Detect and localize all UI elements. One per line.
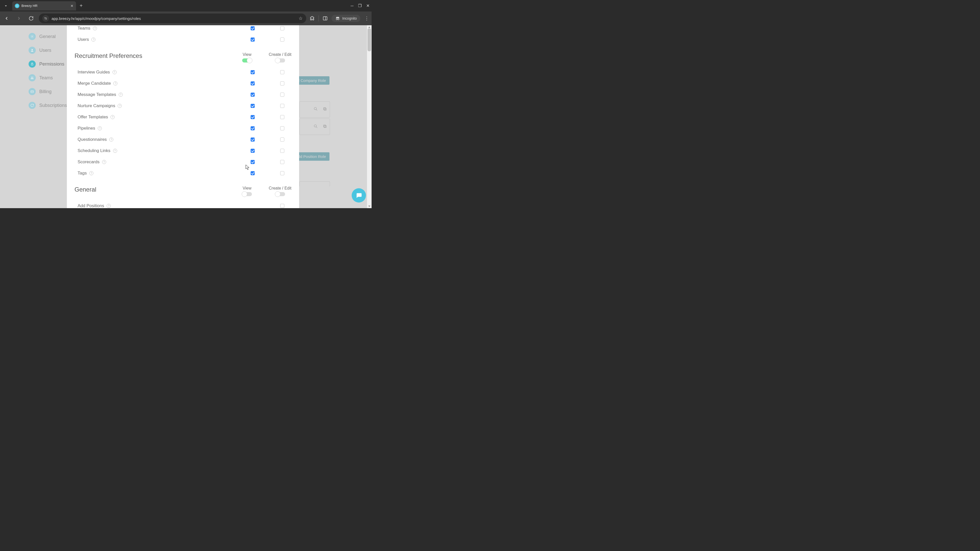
- edit-checkbox[interactable]: [280, 204, 284, 208]
- tab-title: Breezy HR: [21, 4, 68, 8]
- bookmark-icon[interactable]: ☆: [299, 16, 303, 21]
- svg-rect-2: [323, 17, 327, 20]
- view-checkbox[interactable]: [251, 126, 255, 130]
- page-scrollbar[interactable]: [367, 25, 372, 208]
- site-info-icon[interactable]: [42, 15, 49, 22]
- new-tab-button[interactable]: +: [80, 3, 83, 9]
- help-icon[interactable]: ?: [113, 70, 117, 74]
- edit-checkbox[interactable]: [280, 115, 284, 119]
- svg-point-12: [32, 36, 33, 37]
- sidebar-item-general[interactable]: General: [29, 33, 67, 40]
- edit-checkbox[interactable]: [280, 104, 284, 108]
- view-checkbox[interactable]: [251, 81, 255, 86]
- svg-point-15: [31, 77, 32, 78]
- edit-checkbox[interactable]: [280, 171, 284, 175]
- edit-checkbox[interactable]: [280, 26, 284, 30]
- help-icon[interactable]: ?: [109, 138, 113, 141]
- edit-checkbox[interactable]: [280, 81, 284, 86]
- view-column-label: View: [243, 52, 251, 57]
- help-icon[interactable]: ?: [113, 81, 118, 86]
- view-checkbox[interactable]: [251, 104, 255, 108]
- reload-button[interactable]: [27, 14, 36, 23]
- permission-label: Pipelines?: [78, 126, 102, 131]
- browser-menu-icon[interactable]: ⋮: [364, 16, 369, 21]
- back-button[interactable]: [2, 14, 11, 23]
- browser-tab-strip: Breezy HR ✕ + ─ ❐ ✕: [0, 0, 372, 11]
- edit-toggle[interactable]: [275, 59, 285, 62]
- help-icon[interactable]: ?: [107, 204, 111, 208]
- tab-search-dropdown[interactable]: [1, 1, 11, 11]
- help-icon[interactable]: ?: [91, 38, 95, 41]
- sidebar-icon: [29, 33, 36, 40]
- scroll-thumb[interactable]: [368, 28, 371, 51]
- view-checkbox[interactable]: [251, 70, 255, 74]
- view-checkbox[interactable]: [251, 138, 255, 141]
- address-bar[interactable]: app.breezy.hr/app/c/moodjoy/company/sett…: [39, 14, 306, 23]
- view-checkbox[interactable]: [251, 160, 255, 164]
- permission-row: Scorecards?: [67, 156, 299, 168]
- view-toggle[interactable]: [242, 59, 252, 62]
- svg-point-0: [45, 17, 45, 18]
- maximize-icon[interactable]: ❐: [358, 3, 362, 8]
- edit-checkbox[interactable]: [280, 138, 284, 141]
- permission-label: Tags?: [78, 171, 94, 176]
- edit-checkbox[interactable]: [280, 38, 284, 41]
- url-text: app.breezy.hr/app/c/moodjoy/company/sett…: [52, 16, 296, 21]
- permission-label: Offer Templates?: [78, 114, 115, 120]
- permission-label: Users?: [78, 37, 95, 42]
- permission-row: Users?: [67, 34, 299, 45]
- tab-favicon: [15, 3, 19, 8]
- permission-row: Teams?: [67, 23, 299, 34]
- forward-button[interactable]: [14, 14, 24, 23]
- view-checkbox[interactable]: [251, 149, 255, 153]
- sidebar-item-billing[interactable]: Billing: [29, 88, 67, 95]
- sidebar-item-users[interactable]: Users: [29, 47, 67, 54]
- edit-checkbox[interactable]: [280, 126, 284, 130]
- help-icon[interactable]: ?: [98, 126, 102, 130]
- incognito-badge[interactable]: Incognito: [331, 15, 360, 22]
- help-icon[interactable]: ?: [93, 26, 97, 30]
- help-icon[interactable]: ?: [118, 104, 122, 108]
- view-checkbox[interactable]: [251, 26, 255, 30]
- close-window-icon[interactable]: ✕: [366, 3, 369, 8]
- chat-widget-button[interactable]: [352, 188, 366, 203]
- help-icon[interactable]: ?: [102, 160, 106, 164]
- sidebar-item-label: Users: [39, 48, 51, 53]
- view-toggle[interactable]: [242, 192, 252, 196]
- settings-sidebar: GeneralUsersPermissionsTeamsBillingSubsc…: [29, 33, 67, 109]
- svg-point-1: [46, 19, 47, 19]
- view-checkbox[interactable]: [251, 38, 255, 41]
- scroll-down-icon[interactable]: [367, 204, 372, 208]
- help-icon[interactable]: ?: [89, 171, 94, 175]
- permission-label: Scheduling Links?: [78, 148, 117, 153]
- view-checkbox[interactable]: [251, 171, 255, 175]
- view-checkbox[interactable]: [251, 115, 255, 119]
- sidebar-item-label: Teams: [39, 75, 53, 81]
- side-panel-icon[interactable]: [322, 16, 328, 21]
- sidebar-item-label: Subscriptions: [39, 103, 67, 108]
- edit-toggle[interactable]: [275, 192, 285, 196]
- sidebar-item-teams[interactable]: Teams: [29, 74, 67, 81]
- edit-checkbox[interactable]: [280, 70, 284, 74]
- edit-checkbox[interactable]: [280, 149, 284, 153]
- sidebar-item-subscriptions[interactable]: Subscriptions: [29, 102, 67, 109]
- extensions-icon[interactable]: [309, 16, 315, 21]
- help-icon[interactable]: ?: [110, 115, 115, 119]
- close-tab-icon[interactable]: ✕: [70, 4, 73, 8]
- svg-point-4: [336, 19, 337, 20]
- edit-checkbox[interactable]: [280, 160, 284, 164]
- permission-label: Add Positions?: [78, 203, 111, 208]
- svg-point-13: [32, 49, 33, 50]
- minimize-icon[interactable]: ─: [351, 3, 353, 8]
- edit-checkbox[interactable]: [280, 93, 284, 97]
- permission-label: Merge Candidate?: [78, 81, 118, 86]
- permission-row: Pipelines?: [67, 123, 299, 134]
- section-header: General View Create / Edit: [67, 186, 299, 196]
- permission-row: Tags?: [67, 168, 299, 179]
- view-checkbox[interactable]: [251, 93, 255, 97]
- help-icon[interactable]: ?: [119, 93, 123, 97]
- section-header: Recruitment Preferences View Create / Ed…: [67, 52, 299, 62]
- help-icon[interactable]: ?: [113, 149, 117, 153]
- sidebar-item-permissions[interactable]: Permissions: [29, 60, 67, 68]
- browser-tab[interactable]: Breezy HR ✕: [12, 1, 76, 11]
